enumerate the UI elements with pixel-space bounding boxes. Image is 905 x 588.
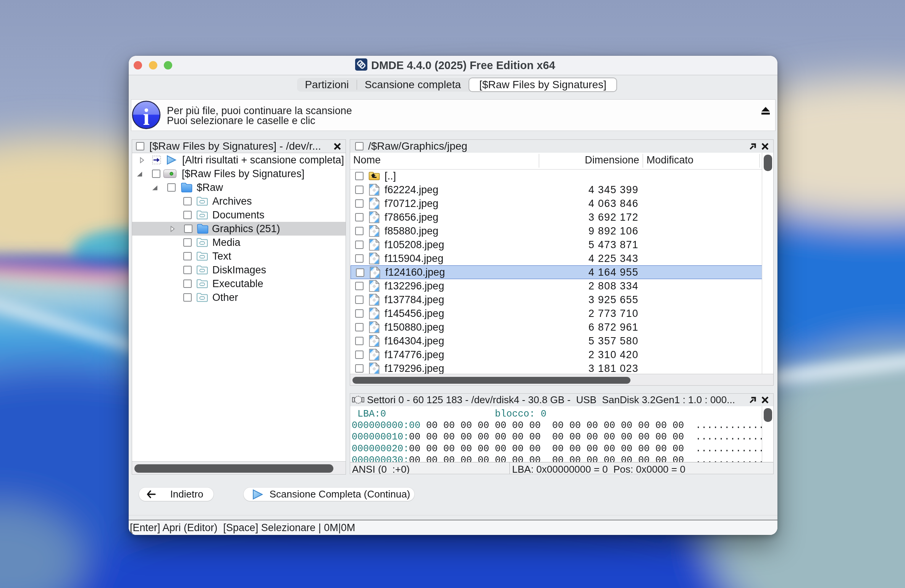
svg-text:i: i — [143, 104, 149, 130]
